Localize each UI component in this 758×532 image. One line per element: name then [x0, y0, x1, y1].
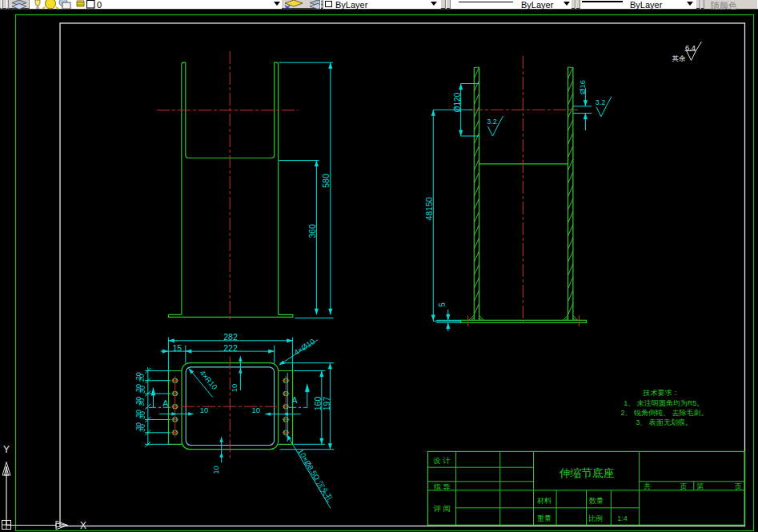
- svg-text:10: 10: [211, 466, 220, 474]
- svg-text:Ø16: Ø16: [578, 80, 587, 94]
- svg-text:材料: 材料: [536, 497, 551, 505]
- svg-text:其余: 其余: [672, 54, 687, 62]
- svg-text:160: 160: [313, 397, 323, 411]
- svg-text:A: A: [162, 398, 168, 408]
- svg-text:伸缩节底座: 伸缩节底座: [559, 467, 615, 479]
- svg-text:20: 20: [138, 374, 146, 382]
- svg-text:设 计: 设 计: [432, 456, 451, 465]
- svg-text:360: 360: [307, 224, 317, 238]
- svg-text:10: 10: [251, 406, 260, 414]
- svg-text:10: 10: [230, 384, 239, 393]
- svg-text:282: 282: [223, 332, 238, 342]
- svg-text:指 导: 指 导: [433, 482, 451, 491]
- svg-text:2、 锐角倒钝、 去除毛刺。: 2、 锐角倒钝、 去除毛刺。: [621, 409, 708, 417]
- svg-text:3.2: 3.2: [487, 118, 497, 126]
- svg-text:重量: 重量: [537, 514, 551, 522]
- svg-text:30: 30: [138, 424, 146, 432]
- svg-text:A: A: [291, 395, 297, 405]
- svg-text:30: 30: [138, 398, 146, 406]
- svg-text:Ø120: Ø120: [453, 92, 462, 112]
- svg-text:10: 10: [200, 406, 209, 414]
- svg-text:Y: Y: [3, 444, 10, 455]
- svg-text:15: 15: [172, 343, 182, 353]
- svg-text:数量: 数量: [589, 497, 604, 505]
- svg-text:48150: 48150: [424, 197, 434, 220]
- svg-text:评 阅: 评 阅: [433, 504, 451, 513]
- svg-text:1、 未注明圆角均为R5。: 1、 未注明圆角均为R5。: [624, 399, 704, 407]
- svg-text:222: 222: [223, 343, 238, 353]
- svg-text:比例: 比例: [588, 514, 603, 522]
- svg-text:页: 页: [680, 482, 688, 490]
- svg-text:1:4: 1:4: [617, 514, 628, 522]
- svg-text:页: 页: [734, 482, 742, 490]
- svg-text:30: 30: [138, 386, 146, 394]
- svg-text:30: 30: [138, 411, 146, 419]
- svg-text:第: 第: [696, 482, 704, 490]
- svg-text:197: 197: [322, 397, 331, 411]
- svg-text:共: 共: [644, 482, 651, 490]
- svg-text:3.2: 3.2: [596, 98, 606, 106]
- svg-text:X: X: [80, 520, 86, 531]
- svg-text:技术要求：: 技术要求：: [643, 389, 680, 397]
- svg-text:3、 表面无划痕。: 3、 表面无划痕。: [636, 418, 692, 426]
- svg-text:5: 5: [438, 302, 447, 307]
- svg-text:580: 580: [321, 174, 331, 188]
